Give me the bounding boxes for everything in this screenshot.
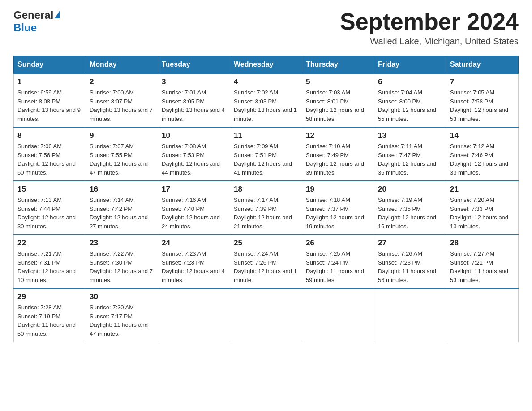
logo: General Blue	[13, 9, 60, 34]
day-info: Sunrise: 7:18 AMSunset: 7:37 PMDaylight:…	[306, 196, 370, 231]
day-number: 26	[306, 239, 370, 248]
col-sunday: Sunday	[14, 56, 86, 74]
day-info: Sunrise: 7:04 AMSunset: 8:00 PMDaylight:…	[378, 88, 442, 123]
day-info: Sunrise: 7:00 AMSunset: 8:07 PMDaylight:…	[90, 88, 154, 123]
day-number: 24	[162, 239, 226, 248]
table-cell	[230, 288, 302, 342]
day-info: Sunrise: 7:14 AMSunset: 7:42 PMDaylight:…	[90, 196, 154, 231]
table-cell: 2Sunrise: 7:00 AMSunset: 8:07 PMDaylight…	[86, 73, 158, 127]
day-number: 20	[378, 185, 442, 194]
col-thursday: Thursday	[302, 56, 374, 74]
col-monday: Monday	[86, 56, 158, 74]
table-cell: 15Sunrise: 7:13 AMSunset: 7:44 PMDayligh…	[14, 181, 86, 235]
day-info: Sunrise: 7:13 AMSunset: 7:44 PMDaylight:…	[17, 196, 82, 231]
day-number: 9	[90, 131, 154, 140]
table-cell	[446, 288, 519, 342]
table-cell: 10Sunrise: 7:08 AMSunset: 7:53 PMDayligh…	[158, 127, 230, 181]
day-info: Sunrise: 7:02 AMSunset: 8:03 PMDaylight:…	[234, 88, 298, 123]
calendar-header-row: Sunday Monday Tuesday Wednesday Thursday…	[14, 56, 519, 74]
day-number: 13	[378, 131, 442, 140]
day-info: Sunrise: 7:27 AMSunset: 7:21 PMDaylight:…	[450, 249, 515, 284]
day-info: Sunrise: 7:06 AMSunset: 7:56 PMDaylight:…	[17, 142, 82, 177]
day-number: 25	[234, 239, 298, 248]
day-info: Sunrise: 7:10 AMSunset: 7:49 PMDaylight:…	[306, 142, 370, 177]
day-info: Sunrise: 7:17 AMSunset: 7:39 PMDaylight:…	[234, 196, 298, 231]
day-info: Sunrise: 7:21 AMSunset: 7:31 PMDaylight:…	[17, 249, 82, 284]
day-info: Sunrise: 7:16 AMSunset: 7:40 PMDaylight:…	[162, 196, 226, 231]
day-number: 7	[450, 77, 515, 86]
table-cell: 21Sunrise: 7:20 AMSunset: 7:33 PMDayligh…	[446, 181, 519, 235]
day-info: Sunrise: 7:12 AMSunset: 7:46 PMDaylight:…	[450, 142, 515, 177]
day-info: Sunrise: 7:11 AMSunset: 7:47 PMDaylight:…	[378, 142, 442, 177]
day-info: Sunrise: 7:25 AMSunset: 7:24 PMDaylight:…	[306, 249, 370, 284]
day-number: 2	[90, 77, 154, 86]
logo-text-general: General	[13, 9, 53, 21]
table-cell: 17Sunrise: 7:16 AMSunset: 7:40 PMDayligh…	[158, 181, 230, 235]
day-number: 10	[162, 131, 226, 140]
week-row-4: 22Sunrise: 7:21 AMSunset: 7:31 PMDayligh…	[14, 235, 519, 288]
title-block: September 2024 Walled Lake, Michigan, Un…	[340, 9, 519, 47]
table-cell: 22Sunrise: 7:21 AMSunset: 7:31 PMDayligh…	[14, 235, 86, 288]
table-cell: 16Sunrise: 7:14 AMSunset: 7:42 PMDayligh…	[86, 181, 158, 235]
day-number: 8	[17, 131, 82, 140]
logo-text-blue: Blue	[13, 21, 37, 34]
page-header: General Blue September 2024 Walled Lake,…	[13, 9, 519, 47]
table-cell: 8Sunrise: 7:06 AMSunset: 7:56 PMDaylight…	[14, 127, 86, 181]
day-info: Sunrise: 7:28 AMSunset: 7:19 PMDaylight:…	[17, 303, 82, 338]
day-number: 29	[17, 292, 82, 301]
day-info: Sunrise: 7:01 AMSunset: 8:05 PMDaylight:…	[162, 88, 226, 123]
table-cell	[302, 288, 374, 342]
day-number: 16	[90, 185, 154, 194]
day-number: 5	[306, 77, 370, 86]
day-number: 1	[17, 77, 82, 86]
day-number: 15	[17, 185, 82, 194]
table-cell: 18Sunrise: 7:17 AMSunset: 7:39 PMDayligh…	[230, 181, 302, 235]
page-title: September 2024	[340, 9, 519, 34]
table-cell: 7Sunrise: 7:05 AMSunset: 7:58 PMDaylight…	[446, 73, 519, 127]
day-info: Sunrise: 7:20 AMSunset: 7:33 PMDaylight:…	[450, 196, 515, 231]
table-cell: 27Sunrise: 7:26 AMSunset: 7:23 PMDayligh…	[374, 235, 446, 288]
day-number: 17	[162, 185, 226, 194]
day-info: Sunrise: 7:08 AMSunset: 7:53 PMDaylight:…	[162, 142, 226, 177]
day-number: 18	[234, 185, 298, 194]
table-cell: 4Sunrise: 7:02 AMSunset: 8:03 PMDaylight…	[230, 73, 302, 127]
day-number: 28	[450, 239, 515, 248]
day-number: 6	[378, 77, 442, 86]
day-number: 11	[234, 131, 298, 140]
day-info: Sunrise: 7:19 AMSunset: 7:35 PMDaylight:…	[378, 196, 442, 231]
day-info: Sunrise: 7:09 AMSunset: 7:51 PMDaylight:…	[234, 142, 298, 177]
table-cell: 5Sunrise: 7:03 AMSunset: 8:01 PMDaylight…	[302, 73, 374, 127]
table-cell: 14Sunrise: 7:12 AMSunset: 7:46 PMDayligh…	[446, 127, 519, 181]
table-cell: 26Sunrise: 7:25 AMSunset: 7:24 PMDayligh…	[302, 235, 374, 288]
table-cell: 6Sunrise: 7:04 AMSunset: 8:00 PMDaylight…	[374, 73, 446, 127]
table-cell: 11Sunrise: 7:09 AMSunset: 7:51 PMDayligh…	[230, 127, 302, 181]
table-cell	[374, 288, 446, 342]
day-info: Sunrise: 7:03 AMSunset: 8:01 PMDaylight:…	[306, 88, 370, 123]
col-tuesday: Tuesday	[158, 56, 230, 74]
table-cell: 29Sunrise: 7:28 AMSunset: 7:19 PMDayligh…	[14, 288, 86, 342]
day-number: 21	[450, 185, 515, 194]
table-cell	[158, 288, 230, 342]
day-number: 4	[234, 77, 298, 86]
day-info: Sunrise: 7:24 AMSunset: 7:26 PMDaylight:…	[234, 249, 298, 284]
week-row-1: 1Sunrise: 6:59 AMSunset: 8:08 PMDaylight…	[14, 73, 519, 127]
table-cell: 12Sunrise: 7:10 AMSunset: 7:49 PMDayligh…	[302, 127, 374, 181]
table-cell: 24Sunrise: 7:23 AMSunset: 7:28 PMDayligh…	[158, 235, 230, 288]
table-cell: 3Sunrise: 7:01 AMSunset: 8:05 PMDaylight…	[158, 73, 230, 127]
table-cell: 19Sunrise: 7:18 AMSunset: 7:37 PMDayligh…	[302, 181, 374, 235]
day-number: 23	[90, 239, 154, 248]
day-number: 27	[378, 239, 442, 248]
day-info: Sunrise: 7:30 AMSunset: 7:17 PMDaylight:…	[90, 303, 154, 338]
table-cell: 30Sunrise: 7:30 AMSunset: 7:17 PMDayligh…	[86, 288, 158, 342]
table-cell: 25Sunrise: 7:24 AMSunset: 7:26 PMDayligh…	[230, 235, 302, 288]
location-subtitle: Walled Lake, Michigan, United States	[340, 36, 519, 47]
table-cell: 1Sunrise: 6:59 AMSunset: 8:08 PMDaylight…	[14, 73, 86, 127]
day-number: 22	[17, 239, 82, 248]
day-number: 19	[306, 185, 370, 194]
day-info: Sunrise: 7:23 AMSunset: 7:28 PMDaylight:…	[162, 249, 226, 284]
table-cell: 28Sunrise: 7:27 AMSunset: 7:21 PMDayligh…	[446, 235, 519, 288]
day-info: Sunrise: 7:05 AMSunset: 7:58 PMDaylight:…	[450, 88, 515, 123]
day-number: 12	[306, 131, 370, 140]
calendar-table: Sunday Monday Tuesday Wednesday Thursday…	[13, 56, 519, 342]
col-wednesday: Wednesday	[230, 56, 302, 74]
